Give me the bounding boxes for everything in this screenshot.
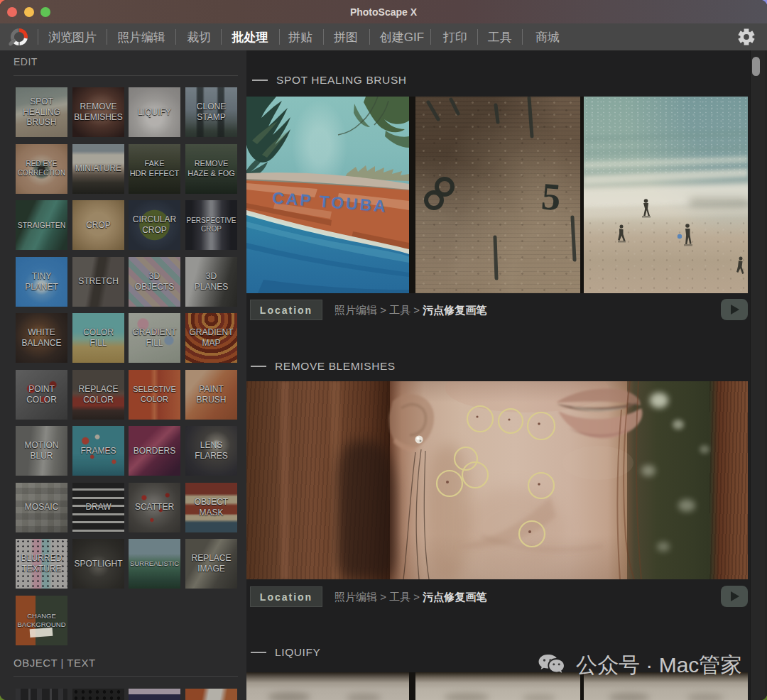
svg-text:5: 5 bbox=[540, 175, 562, 219]
